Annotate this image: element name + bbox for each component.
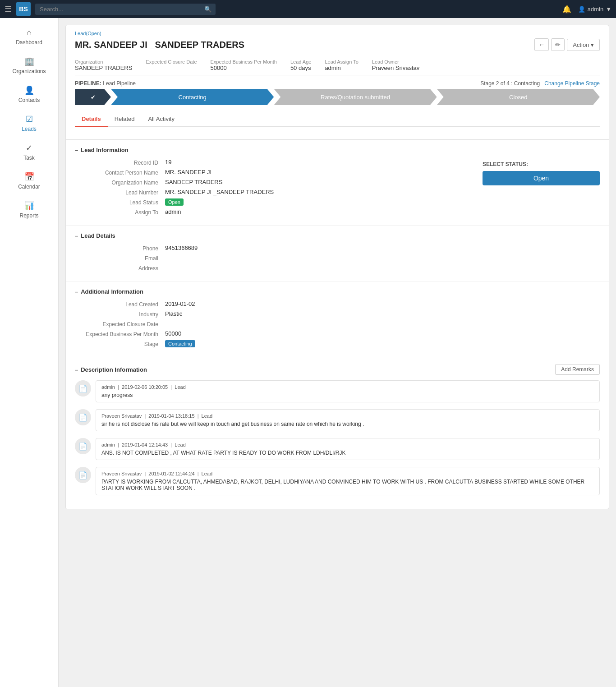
record-id-value: 19 <box>165 159 171 166</box>
sidebar-item-reports[interactable]: 📊 Reports <box>0 195 58 224</box>
sidebar-item-calendar[interactable]: 📅 Calendar <box>0 166 58 195</box>
remark-text: ANS. IS NOT COMPLETED , AT WHAT RATE PAR… <box>101 450 594 456</box>
remark-item: 📄 Praveen Srivastav | 2019-01-02 12:44:2… <box>75 467 600 495</box>
contact-person-value: MR. SANDEEP JI <box>165 169 211 176</box>
lead-info-two-col: Record ID 19 Contact Person Name MR. SAN… <box>75 159 600 218</box>
contact-person-label: Contact Person Name <box>75 169 165 176</box>
breadcrumb-link[interactable]: Lead(Open) <box>75 31 101 36</box>
org-name-label: Organization Name <box>75 179 165 186</box>
user-icon: 👤 <box>578 6 585 13</box>
collapse-lead-details[interactable]: – <box>75 232 78 239</box>
lead-status-right: SELECT STATUS: Open <box>473 159 600 218</box>
meta-expected-closure: Expected Closure Date <box>146 59 197 71</box>
remark-date: 2019-01-04 12:14:43 <box>122 442 168 447</box>
record-id-label: Record ID <box>75 159 165 166</box>
remark-meta: admin | 2019-01-04 12:14:43 | Lead <box>101 442 594 447</box>
remark-icon: 📄 <box>75 409 91 425</box>
meta-business-label: Expected Business Per Month <box>211 59 277 65</box>
remark-meta: Praveen Srivastav | 2019-01-04 13:18:15 … <box>101 413 594 419</box>
user-chevron-icon: ▼ <box>606 6 611 13</box>
field-lead-number: Lead Number MR. SANDEEP JI _SANDEEP TRAD… <box>75 189 473 196</box>
open-status-button[interactable]: Open <box>483 171 600 185</box>
collapse-lead-info[interactable]: – <box>75 147 78 153</box>
meta-owner-value: Praveen Srivastav <box>372 65 420 71</box>
pipeline-bar: PIPELINE: Lead Pipeline Stage 2 of 4 : C… <box>75 80 600 87</box>
collapse-additional-info[interactable]: – <box>75 288 78 295</box>
topnav: ☰ BS 🔍 🔔 👤 admin ▼ <box>0 0 616 18</box>
remark-author: Praveen Srivastav <box>101 471 142 476</box>
remark-icon: 📄 <box>75 467 91 483</box>
phone-value: 9451366689 <box>165 244 198 252</box>
meta-organization-label: Organization <box>75 59 132 65</box>
search-input[interactable] <box>35 4 201 15</box>
sidebar-item-dashboard[interactable]: ⌂ Dashboard <box>0 23 58 51</box>
prev-button[interactable]: ← <box>534 38 549 51</box>
sidebar-item-task[interactable]: ✓ Task <box>0 138 58 166</box>
sidebar-label-contacts: Contacts <box>18 97 40 103</box>
add-remarks-button[interactable]: Add Remarks <box>555 364 600 375</box>
field-stage: Stage Contacting <box>75 340 600 347</box>
field-phone: Phone 9451366689 <box>75 244 600 252</box>
pipeline-name: Lead Pipeline <box>103 80 136 87</box>
search-button[interactable]: 🔍 <box>201 4 216 15</box>
pipeline-steps: ✔ Contacting Rates/Quotation submitted C… <box>75 89 600 105</box>
collapse-description[interactable]: – <box>75 366 78 373</box>
action-button[interactable]: Action ▾ <box>567 39 600 51</box>
field-assign-to: Assign To admin <box>75 208 473 216</box>
user-menu[interactable]: 👤 admin ▼ <box>578 6 611 13</box>
calendar-icon: 📅 <box>24 172 34 182</box>
field-expected-closure: Expected Closure Date <box>75 320 600 327</box>
sidebar-item-leads[interactable]: ☑ Leads <box>0 109 58 138</box>
lead-number-label: Lead Number <box>75 189 165 196</box>
tab-related[interactable]: Related <box>108 112 142 127</box>
remark-text: PARTY IS WORKING FROM CALCUTTA, AHMEDABA… <box>101 479 594 491</box>
meta-closure-label: Expected Closure Date <box>146 59 197 65</box>
lead-details-section: – Lead Details Phone 9451366689 Email Ad… <box>66 226 609 281</box>
exp-business-label: Expected Business Per Month <box>75 330 165 337</box>
edit-button[interactable]: ✏ <box>551 38 565 51</box>
pipeline-label: PIPELINE: Lead Pipeline <box>75 80 136 87</box>
sidebar-item-organizations[interactable]: 🏢 Organizations <box>0 51 58 80</box>
email-label: Email <box>75 254 165 262</box>
additional-info-title: – Additional Information <box>75 288 600 295</box>
stage-value: Contacting <box>165 340 195 347</box>
notifications-bell[interactable]: 🔔 <box>562 5 571 14</box>
field-exp-business: Expected Business Per Month 50000 <box>75 330 600 337</box>
change-pipeline-link[interactable]: Change Pipeline Stage <box>544 80 600 87</box>
pipeline-step-closed[interactable]: Closed <box>437 89 600 105</box>
remark-meta: admin | 2019-02-06 10:20:05 | Lead <box>101 384 594 390</box>
pipeline-step-done[interactable]: ✔ <box>75 89 111 105</box>
sidebar-label-leads: Leads <box>22 126 37 132</box>
remark-type: Lead <box>175 442 185 447</box>
sidebar-label-organizations: Organizations <box>12 68 46 74</box>
sidebar-label-task: Task <box>23 155 35 161</box>
reports-icon: 📊 <box>24 201 34 211</box>
breadcrumb: Lead(Open) <box>75 31 600 36</box>
lead-info-title: – Lead Information <box>75 147 600 153</box>
remark-item: 📄 admin | 2019-01-04 12:14:43 | Lead ANS… <box>75 438 600 460</box>
remark-meta: Praveen Srivastav | 2019-01-02 12:44:24 … <box>101 471 594 476</box>
remark-text: sir he is not disclose his rate but we w… <box>101 421 594 427</box>
dashboard-icon: ⌂ <box>27 28 32 37</box>
tab-all-activity[interactable]: All Activity <box>141 112 181 127</box>
tab-details[interactable]: Details <box>75 112 108 127</box>
remark-icon: 📄 <box>75 438 91 454</box>
pipeline-step-contacting[interactable]: Contacting <box>111 89 274 105</box>
meta-expected-business: Expected Business Per Month 50000 <box>211 59 277 71</box>
meta-lead-assign: Lead Assign To admin <box>325 59 358 71</box>
field-address: Address <box>75 264 600 272</box>
leads-icon: ☑ <box>26 114 33 124</box>
industry-value: Plastic <box>165 310 182 318</box>
menu-icon[interactable]: ☰ <box>5 4 12 14</box>
sidebar-item-contacts[interactable]: 👤 Contacts <box>0 80 58 109</box>
lead-status-value: Open <box>165 198 184 206</box>
remark-date: 2019-01-02 12:44:24 <box>148 471 194 476</box>
pipeline-step-rates[interactable]: Rates/Quotation submitted <box>274 89 437 105</box>
field-email: Email <box>75 254 600 262</box>
field-lead-created: Lead Created 2019-01-02 <box>75 300 600 308</box>
meta-owner-label: Lead Owner <box>372 59 420 65</box>
main-content: Lead(Open) MR. SANDEEP JI _SANDEEP TRADE… <box>59 18 616 687</box>
field-organization: Organization Name SANDEEP TRADERS <box>75 179 473 186</box>
exp-business-value: 50000 <box>165 330 181 337</box>
meta-age-value: 50 days <box>290 65 311 71</box>
